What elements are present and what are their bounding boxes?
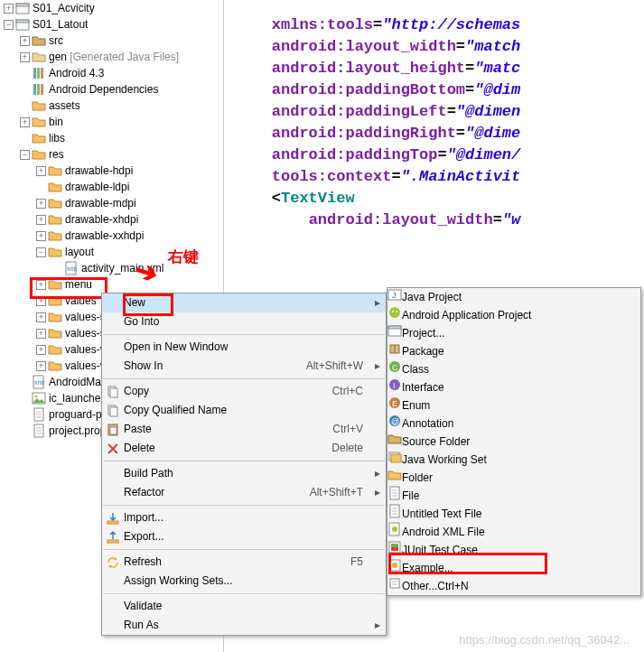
menu-item[interactable]: CopyCtrl+C — [102, 382, 386, 401]
expand-toggle-icon[interactable]: + — [36, 166, 46, 176]
menu-item[interactable]: Android Application Project — [387, 306, 640, 324]
tree-item-label: S01_Acvicity — [32, 0, 95, 16]
tree-item[interactable]: libs — [0, 130, 223, 146]
expand-toggle-icon[interactable]: + — [36, 329, 46, 339]
menu-item-label: Validate — [124, 597, 372, 616]
menu-item-label: Paste — [124, 420, 332, 439]
menu-item[interactable]: Untitled Text File — [387, 505, 640, 523]
expand-toggle-icon[interactable]: − — [4, 20, 14, 30]
menu-item[interactable]: DeleteDelete — [102, 439, 386, 458]
tree-item[interactable]: +drawable-xhdpi — [0, 211, 223, 228]
code-line[interactable]: android:paddingRight="@dime — [235, 123, 644, 144]
menu-item[interactable]: Java Working Set — [387, 451, 640, 469]
expand-toggle-icon[interactable]: + — [36, 199, 46, 209]
tree-item-label: Android 4.3 — [48, 65, 104, 81]
menu-item-label: Refactor — [124, 483, 310, 502]
code-line[interactable]: android:paddingTop="@dimen/ — [235, 144, 644, 166]
blank-icon — [102, 483, 124, 502]
menu-item[interactable]: Import... — [102, 508, 386, 527]
folder-icon — [48, 359, 62, 373]
code-line[interactable]: android:layout_width="w — [235, 210, 644, 231]
menu-item-accel: Alt+Shift+T — [310, 483, 372, 502]
tree-item[interactable]: +drawable-hdpi — [0, 163, 223, 179]
menu-item[interactable]: Run As▸ — [102, 616, 386, 635]
menu-item-accel: F5 — [350, 553, 372, 572]
menu-item[interactable]: Other...Ctrl+N — [387, 577, 640, 595]
code-line[interactable]: tools:context=".MainActivit — [235, 166, 644, 188]
menu-item-label: File — [402, 487, 419, 505]
menu-item[interactable]: JJava Project — [387, 288, 640, 306]
folder-icon — [48, 180, 62, 194]
tree-item-label: bin — [48, 114, 63, 130]
expand-toggle-icon[interactable]: + — [20, 117, 30, 127]
menu-item[interactable]: File — [387, 487, 640, 505]
menu-item[interactable]: Show InAlt+Shift+W▸ — [102, 357, 386, 376]
menu-item[interactable]: Validate — [102, 597, 386, 616]
library-icon — [32, 66, 46, 80]
expand-toggle-icon[interactable]: + — [36, 231, 46, 241]
svg-rect-32 — [107, 521, 118, 524]
menu-item[interactable]: EEnum — [387, 396, 640, 414]
svg-rect-3 — [16, 20, 29, 23]
tree-item[interactable]: −res — [0, 146, 223, 163]
context-menu[interactable]: New▸Go IntoOpen in New WindowShow InAlt+… — [101, 293, 387, 636]
tree-item[interactable]: +S01_Acvicity — [0, 0, 223, 16]
menu-item[interactable]: CClass — [387, 360, 640, 378]
expand-toggle-icon[interactable]: − — [20, 150, 30, 160]
menu-item-accel: Alt+Shift+W — [306, 357, 372, 376]
tree-item[interactable]: drawable-ldpi — [0, 179, 223, 195]
highlight-box-android-xml — [388, 553, 547, 574]
java-proj-icon: J — [387, 287, 402, 307]
folder-icon — [48, 196, 62, 210]
tree-item[interactable]: +src — [0, 33, 223, 49]
menu-item[interactable]: Source Folder — [387, 433, 640, 451]
menu-item[interactable]: Folder — [387, 469, 640, 487]
menu-item[interactable]: RefactorAlt+Shift+T▸ — [102, 483, 386, 502]
menu-item[interactable]: Build Path▸ — [102, 464, 386, 483]
tree-item[interactable]: +drawable-xxhdpi — [0, 228, 223, 244]
code-line[interactable]: <TextView — [235, 188, 644, 210]
folder-gen-icon — [32, 50, 46, 64]
menu-item-label: Build Path — [124, 464, 372, 483]
menu-item-label: Package — [402, 342, 444, 360]
menu-separator — [103, 334, 385, 335]
tree-item[interactable]: Android 4.3 — [0, 65, 223, 81]
tree-item[interactable]: Android Dependencies — [0, 81, 223, 98]
menu-item[interactable]: PasteCtrl+V — [102, 420, 386, 439]
menu-item[interactable]: Package — [387, 342, 640, 360]
menu-item[interactable]: Assign Working Sets... — [102, 572, 386, 591]
svg-text:I: I — [393, 381, 396, 390]
menu-item[interactable]: Copy Qualified Name — [102, 401, 386, 420]
menu-item[interactable]: Android XML File — [387, 523, 640, 541]
tree-item[interactable]: −S01_Latout — [0, 16, 223, 33]
menu-item[interactable]: Export... — [102, 527, 386, 546]
menu-item[interactable]: IInterface — [387, 378, 640, 396]
menu-item[interactable]: Open in New Window — [102, 338, 386, 357]
tree-item[interactable]: +gen [Generated Java Files] — [0, 49, 223, 65]
expand-toggle-icon[interactable]: + — [20, 36, 30, 46]
expand-toggle-icon[interactable]: + — [20, 52, 30, 62]
expand-toggle-icon[interactable]: + — [4, 4, 14, 14]
code-line[interactable]: xmlns:tools="http://schemas — [235, 14, 644, 36]
tree-item[interactable]: +bin — [0, 114, 223, 130]
expand-toggle-icon[interactable]: + — [36, 361, 46, 371]
tree-item-label: drawable-hdpi — [64, 163, 133, 179]
menu-item[interactable]: @Annotation — [387, 414, 640, 433]
code-line[interactable]: android:paddingLeft="@dimen — [235, 101, 644, 123]
annotation-icon: @ — [387, 414, 402, 433]
menu-item[interactable]: Project... — [387, 324, 640, 342]
new-submenu[interactable]: JJava ProjectAndroid Application Project… — [387, 287, 641, 596]
menu-item[interactable]: RefreshF5 — [102, 553, 386, 572]
menu-item-label: Folder — [402, 469, 433, 487]
expand-toggle-icon[interactable]: + — [36, 345, 46, 355]
expand-toggle-icon[interactable]: + — [36, 312, 46, 322]
tree-item[interactable]: assets — [0, 98, 223, 114]
tree-item[interactable]: +drawable-mdpi — [0, 195, 223, 211]
code-line[interactable]: android:layout_width="match — [235, 36, 644, 58]
expand-toggle-icon[interactable]: + — [36, 215, 46, 225]
tree-item-label: drawable-xhdpi — [64, 211, 138, 228]
expand-toggle-icon[interactable]: − — [36, 247, 46, 257]
code-line[interactable]: android:paddingBottom="@dim — [235, 79, 644, 101]
xml-icon: xml — [32, 375, 46, 389]
code-line[interactable]: android:layout_height="matc — [235, 58, 644, 79]
